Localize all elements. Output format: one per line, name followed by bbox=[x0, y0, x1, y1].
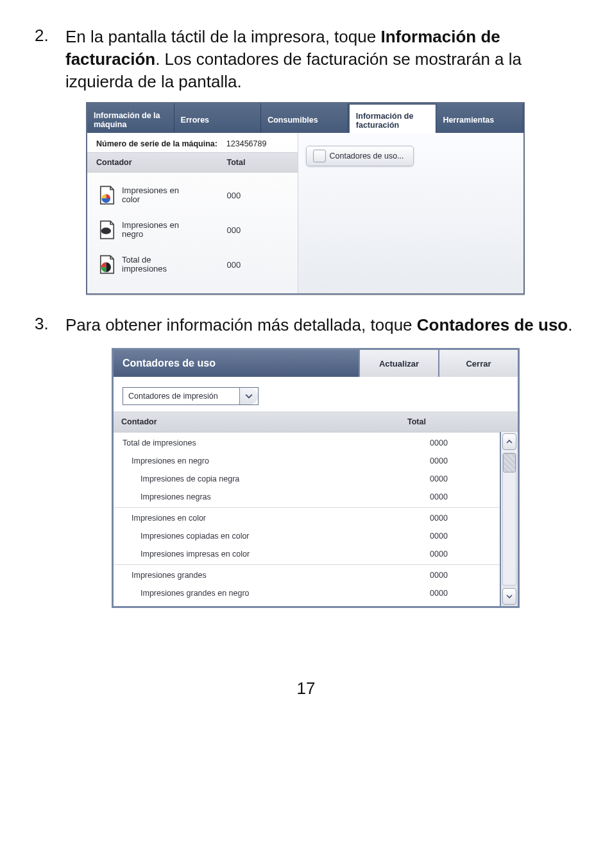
usage-row-label: Impresiones negras bbox=[114, 492, 397, 501]
scroll-up-button[interactable] bbox=[502, 433, 516, 450]
usage-counters-button[interactable]: Contadores de uso... bbox=[306, 146, 414, 166]
usage-row-label: Impresiones en negro bbox=[114, 456, 397, 465]
tab-label: Herramientas bbox=[443, 116, 494, 125]
tab-label: Consumibles bbox=[268, 116, 318, 125]
counter-label-line2: impresiones bbox=[122, 265, 227, 273]
chevron-down-icon bbox=[239, 388, 258, 404]
arrow-down-icon bbox=[506, 593, 513, 600]
usage-row: Impresiones grandes0000 bbox=[114, 566, 500, 584]
scrollbar[interactable] bbox=[500, 432, 518, 606]
refresh-button-label: Actualizar bbox=[379, 359, 419, 369]
col-total-label: Total bbox=[227, 153, 298, 172]
usage-row-value: 0000 bbox=[397, 456, 500, 465]
usage-row-label: Impresiones grandes bbox=[114, 571, 397, 580]
black-page-icon bbox=[96, 219, 118, 241]
usage-row: Total de impresiones0000 bbox=[114, 434, 500, 452]
step-3: 3. Para obtener información más detallad… bbox=[35, 314, 577, 336]
counters-header: Contador Total bbox=[87, 152, 298, 173]
dropdown-value: Contadores de impresión bbox=[123, 392, 239, 401]
color-page-icon bbox=[96, 184, 118, 206]
usage-row: Impresiones grandes en negro0000 bbox=[114, 584, 500, 602]
counter-label-line1: Total de bbox=[122, 256, 227, 265]
counter-label-line1: Impresiones en bbox=[122, 221, 227, 230]
step-number: 2. bbox=[35, 26, 65, 93]
usage-row-value: 0000 bbox=[397, 589, 500, 598]
row-total-impressions: Total de impresiones 000 bbox=[87, 242, 298, 277]
usage-row-label: Impresiones impresas en color bbox=[114, 550, 397, 559]
step-text-pre: Para obtener información más detallada, … bbox=[65, 315, 417, 334]
step-text-bold: Contadores de uso bbox=[417, 315, 568, 334]
counter-total: 000 bbox=[227, 191, 298, 200]
usage-row: Impresiones en negro0000 bbox=[114, 452, 500, 470]
tab-machine-info[interactable]: Información de la máquina bbox=[87, 103, 174, 133]
arrow-up-icon bbox=[506, 438, 513, 445]
button-glyph-icon bbox=[313, 150, 326, 162]
usage-table-header: Contador Total bbox=[114, 412, 518, 432]
step-2: 2. En la pantalla táctil de la impresora… bbox=[35, 26, 577, 93]
scroll-thumb[interactable] bbox=[503, 453, 516, 473]
usage-row-value: 0000 bbox=[397, 571, 500, 580]
billing-info-panel: Información de la máquina Errores Consum… bbox=[86, 102, 525, 295]
usage-row-label: Impresiones de copia negra bbox=[114, 474, 397, 483]
col-counter-label: Contador bbox=[87, 153, 227, 172]
tab-label: Información de facturación bbox=[356, 112, 430, 130]
serial-value: 123456789 bbox=[226, 139, 267, 148]
usage-row: Impresiones de copia negra0000 bbox=[114, 470, 500, 488]
refresh-button[interactable]: Actualizar bbox=[360, 350, 439, 377]
counter-label-line1: Impresiones en bbox=[122, 186, 227, 195]
serial-line: Número de serie de la máquina: 123456789 bbox=[87, 133, 298, 152]
tab-label: Errores bbox=[181, 116, 209, 125]
page-number: 17 bbox=[35, 679, 577, 699]
usage-col-total: Total bbox=[407, 417, 510, 426]
close-button[interactable]: Cerrar bbox=[439, 350, 518, 377]
usage-row-value: 0000 bbox=[397, 492, 500, 501]
usage-row: Impresiones negras0000 bbox=[114, 488, 500, 508]
tab-consumables[interactable]: Consumibles bbox=[261, 103, 348, 133]
tab-label: Información de la máquina bbox=[94, 111, 167, 129]
usage-row-value: 0000 bbox=[397, 438, 500, 447]
usage-counters-panel: Contadores de uso Actualizar Cerrar Cont… bbox=[112, 348, 520, 608]
scroll-down-button[interactable] bbox=[502, 588, 516, 605]
total-page-icon bbox=[96, 254, 118, 275]
counter-total: 000 bbox=[227, 260, 298, 270]
tab-tools[interactable]: Herramientas bbox=[436, 103, 523, 133]
serial-label: Número de serie de la máquina: bbox=[96, 139, 217, 148]
usage-row-label: Impresiones copiadas en color bbox=[114, 532, 397, 541]
close-button-label: Cerrar bbox=[466, 359, 491, 369]
usage-row-label: Impresiones en color bbox=[114, 514, 397, 523]
usage-row: Impresiones impresas en color0000 bbox=[114, 545, 500, 565]
counter-type-dropdown[interactable]: Contadores de impresión bbox=[123, 387, 259, 405]
counter-total: 000 bbox=[227, 225, 298, 235]
usage-row-label: Impresiones grandes en negro bbox=[114, 589, 397, 598]
usage-row-value: 0000 bbox=[397, 474, 500, 483]
usage-counters-button-label: Contadores de uso... bbox=[330, 152, 404, 161]
step-text-pre: En la pantalla táctil de la impresora, t… bbox=[65, 27, 380, 46]
usage-row-value: 0000 bbox=[397, 550, 500, 559]
step-number: 3. bbox=[35, 314, 65, 336]
usage-row: Impresiones copiadas en color0000 bbox=[114, 527, 500, 545]
counter-label-line2: color bbox=[122, 195, 227, 204]
usage-col-counter: Contador bbox=[121, 417, 407, 426]
usage-row-value: 0000 bbox=[397, 514, 500, 523]
usage-row-value: 0000 bbox=[397, 532, 500, 541]
step-text-post: . bbox=[568, 315, 572, 334]
panel-title: Contadores de uso bbox=[114, 350, 360, 377]
step-text: En la pantalla táctil de la impresora, t… bbox=[65, 26, 577, 93]
usage-row-label: Total de impresiones bbox=[114, 438, 397, 447]
svg-point-0 bbox=[101, 228, 111, 234]
tab-billing-info[interactable]: Información de facturación bbox=[348, 103, 437, 133]
tab-errors[interactable]: Errores bbox=[174, 103, 262, 133]
row-black-impressions: Impresiones en negro 000 bbox=[87, 207, 298, 242]
usage-row: Impresiones en color0000 bbox=[114, 509, 500, 527]
usage-table-body: Total de impresiones0000Impresiones en n… bbox=[114, 432, 500, 606]
scroll-track[interactable] bbox=[502, 453, 516, 586]
row-color-impressions: Impresiones en color 000 bbox=[87, 173, 298, 207]
step-text: Para obtener información más detallada, … bbox=[65, 314, 573, 336]
tab-bar: Información de la máquina Errores Consum… bbox=[87, 103, 523, 133]
counter-label-line2: negro bbox=[122, 230, 227, 239]
